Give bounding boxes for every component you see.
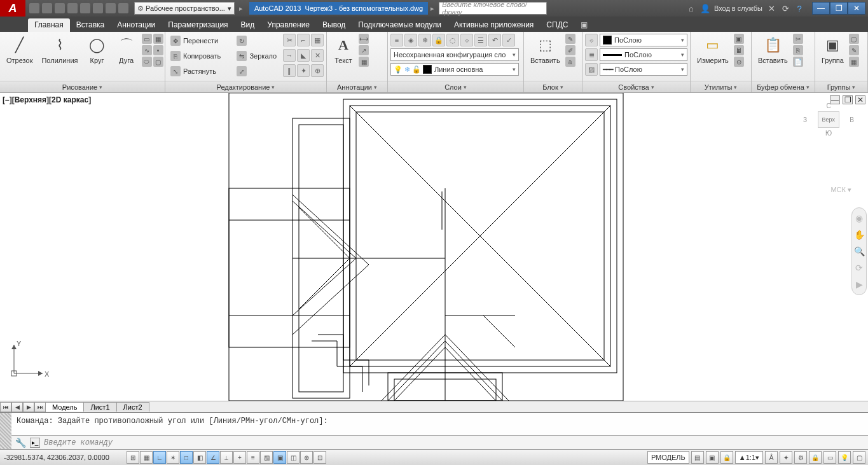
maximize-vp-icon[interactable]: ▣ (706, 451, 719, 464)
grid-icon[interactable]: ▦ (140, 451, 153, 464)
qat-plot-icon[interactable] (80, 3, 90, 13)
linetype-dropdown[interactable]: ━━━ПоСлою (600, 63, 687, 76)
ws-switch-icon[interactable]: ⚙ (794, 451, 807, 464)
panel-utils-title[interactable]: Утилиты (691, 81, 751, 92)
user-icon[interactable]: 👤 (700, 3, 710, 13)
copy-button[interactable]: ⎘Копировать (168, 49, 233, 63)
viewcube-north[interactable]: С (805, 102, 852, 109)
cut-icon[interactable]: ✂ (793, 34, 803, 44)
erase-icon[interactable]: ✕ (311, 49, 324, 62)
join-icon[interactable]: ⊕ (311, 64, 324, 77)
qat-redo-icon[interactable] (118, 3, 128, 13)
copy-clip-icon[interactable]: ⎘ (793, 45, 803, 55)
tab-expand-icon[interactable]: ▣ (574, 18, 594, 32)
scale-button[interactable]: ⤢ (234, 64, 282, 78)
move-button[interactable]: ✥Перенести (168, 34, 233, 48)
quick-calc-icon[interactable]: 🖩 (734, 45, 744, 55)
line-button[interactable]: ╱Отрезок (3, 34, 36, 66)
panel-block-title[interactable]: Блок (524, 81, 582, 92)
tab-sheet2[interactable]: Лист2 (116, 402, 149, 412)
trim-icon[interactable]: ✂ (283, 34, 296, 46)
nav-showmotion-icon[interactable]: ▶ (856, 279, 863, 289)
dim-linear-icon[interactable]: ⟷ (359, 34, 369, 44)
toolbar-lock-icon[interactable]: 🔒 (809, 451, 822, 464)
annoviz-icon[interactable]: ✦ (780, 451, 792, 464)
group-button[interactable]: ▣Группа (818, 34, 848, 66)
drawing-canvas[interactable]: [–][Верхняя][2D каркас] — ❐ ✕ (0, 93, 868, 401)
paste-spec-icon[interactable]: 📄 (793, 57, 803, 67)
qat-open-icon[interactable] (42, 3, 52, 13)
qat-print-icon[interactable] (93, 3, 103, 13)
offset-icon[interactable]: ‖ (283, 64, 296, 77)
select-all-icon[interactable]: ▣ (734, 34, 744, 44)
exchange-icon[interactable]: ✕ (766, 3, 776, 13)
id-point-icon[interactable]: ⊙ (734, 57, 744, 67)
stretch-button[interactable]: ⤡Растянуть (168, 64, 233, 78)
group-sel-icon[interactable]: ▦ (849, 57, 859, 67)
panel-layers-title[interactable]: Слои (388, 81, 523, 92)
login-label[interactable]: Вход в службы (714, 4, 762, 12)
command-input[interactable]: Введите команду (44, 438, 113, 447)
color-dropdown[interactable]: ПоСлою (600, 34, 687, 46)
leader-icon[interactable]: ↗ (359, 45, 369, 55)
layer-freeze-icon[interactable]: ❄ (418, 34, 431, 46)
sc-icon[interactable]: ◫ (287, 451, 300, 464)
block-edit-icon[interactable]: ✐ (565, 45, 575, 55)
command-drag-handle[interactable] (0, 413, 11, 449)
tab-home[interactable]: Главная (28, 18, 70, 32)
block-insert-button[interactable]: ⬚Вставить (527, 34, 564, 66)
viewcube-south[interactable]: Ю (805, 130, 852, 137)
layout-first-button[interactable]: ⏮ (0, 402, 11, 412)
command-prompt-icon[interactable]: ▸_ (30, 438, 40, 448)
hatch-icon[interactable]: ▦ (153, 34, 163, 44)
layer-current-dropdown[interactable]: 💡❄🔓 Линия основна (390, 63, 519, 76)
layer-match-icon[interactable]: ⟐ (460, 34, 473, 46)
match-props-icon[interactable]: ⟐ (585, 34, 598, 46)
transp-icon[interactable]: ▨ (585, 63, 598, 76)
point-icon[interactable]: • (153, 45, 163, 55)
layout-last-button[interactable]: ⏭ (34, 402, 46, 412)
paste-button[interactable]: 📋Вставить (754, 34, 792, 66)
chamfer-icon[interactable]: ◣ (297, 49, 310, 62)
scale-field[interactable]: ▲ 1:1 ▾ (735, 451, 763, 464)
nav-pan-icon[interactable]: ✋ (854, 230, 865, 240)
ducs-icon[interactable]: ⟂ (220, 451, 233, 464)
tab-annotate[interactable]: Аннотации (111, 18, 162, 32)
qat-undo-icon[interactable] (106, 3, 116, 13)
dyn-icon[interactable]: + (233, 451, 246, 464)
hardware-accel-icon[interactable]: ▭ (823, 451, 836, 464)
rect-icon[interactable]: ▭ (142, 34, 152, 44)
panel-edit-title[interactable]: Редактирование (165, 81, 326, 92)
cloud-icon[interactable]: ⟳ (780, 3, 790, 13)
tpy-icon[interactable]: ▨ (260, 451, 273, 464)
arc-button[interactable]: ⌒Дуга (113, 34, 141, 66)
layer-off-icon[interactable]: ◌ (446, 34, 459, 46)
coord-system-label[interactable]: МСК ▾ (830, 186, 851, 194)
lineweight-dropdown[interactable]: ПоСлою (600, 48, 687, 61)
close-button[interactable]: ✕ (848, 2, 865, 15)
isolate-icon[interactable]: 💡 (838, 451, 851, 464)
layer-prev-icon[interactable]: ↶ (488, 34, 501, 46)
tab-view[interactable]: Вид (235, 18, 261, 32)
otrack-icon[interactable]: ∠ (207, 451, 219, 464)
am-icon[interactable]: ⊕ (300, 451, 313, 464)
tab-addins[interactable]: Подключаемые модули (352, 18, 448, 32)
layer-lock-icon[interactable]: 🔒 (432, 34, 445, 46)
region-icon[interactable]: ▢ (153, 57, 163, 67)
nav-zoom-icon[interactable]: 🔍 (854, 246, 865, 256)
tab-insert[interactable]: Вставка (70, 18, 111, 32)
wrench-icon[interactable]: 🔧 (15, 438, 26, 448)
layout-quick-icon[interactable]: ▤ (691, 451, 704, 464)
ungroup-icon[interactable]: ▢ (849, 34, 859, 44)
panel-clip-title[interactable]: Буфер обмена (752, 81, 815, 92)
minimize-button[interactable]: — (812, 2, 830, 15)
qat-save-icon[interactable] (55, 3, 65, 13)
coordinates-display[interactable]: -32981.5374, 42306.2037, 0.0000 (0, 454, 124, 461)
autodesk-icon[interactable]: ⌂ (686, 3, 696, 13)
layer-walk-icon[interactable]: ☰ (474, 34, 487, 46)
measure-button[interactable]: ▭Измерить (693, 34, 733, 66)
nav-orbit-icon[interactable]: ⟳ (855, 263, 863, 273)
qp-icon[interactable]: ▣ (273, 451, 286, 464)
block-attr-icon[interactable]: a (565, 57, 575, 67)
array-icon[interactable]: ▦ (311, 34, 324, 46)
